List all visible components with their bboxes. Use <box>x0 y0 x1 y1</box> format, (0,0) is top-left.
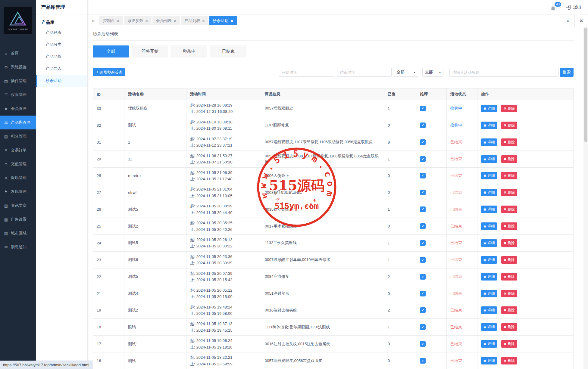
recommend-checkbox[interactable]: ✔ <box>420 173 426 178</box>
detail-button[interactable]: ▣ 详细 <box>481 290 497 297</box>
detail-button[interactable]: ▣ 详细 <box>481 256 497 264</box>
detail-button[interactable]: ▣ 详细 <box>481 340 497 348</box>
recommend-checkbox[interactable]: ✔ <box>420 106 426 111</box>
recommend-checkbox[interactable]: ✔ <box>420 307 426 313</box>
detail-button[interactable]: ▣ 详细 <box>481 273 497 281</box>
add-seckill-label: 新增秒杀活动 <box>100 70 122 75</box>
delete-button[interactable]: ✖ 删除 <box>501 340 517 348</box>
submenu-item[interactable]: 产品列表 <box>36 26 87 39</box>
sidebar-item[interactable]: ⚖ 产品库管理 <box>0 116 36 129</box>
recommend-checkbox[interactable]: ✔ <box>420 358 426 364</box>
tab[interactable]: 秒杀活动 ✖ <box>209 16 237 25</box>
detail-button[interactable]: ▣ 详细 <box>481 138 497 146</box>
delete-button[interactable]: ✖ 删除 <box>501 256 517 264</box>
status-filter-button[interactable]: 全部 <box>93 45 129 57</box>
delete-button[interactable]: ✖ 删除 <box>501 105 517 112</box>
delete-button[interactable]: ✖ 删除 <box>501 155 517 163</box>
recommend-checkbox[interactable]: ✔ <box>420 324 426 330</box>
submenu-item[interactable]: 产品分类 <box>36 39 87 51</box>
sidebar-item[interactable]: ¥ 交易订单 <box>0 143 36 157</box>
delete-button[interactable]: ✖ 删除 <box>501 323 517 331</box>
close-icon[interactable]: ✖ <box>117 19 119 23</box>
delete-button[interactable]: ✖ 删除 <box>501 290 517 297</box>
detail-button[interactable]: ▣ 详细 <box>481 239 497 247</box>
tab[interactable]: 会员列表 ✖ <box>152 16 180 25</box>
sidebar-item[interactable]: ▧ 积分管理 <box>0 129 36 143</box>
delete-button[interactable]: ✖ 删除 <box>501 122 517 129</box>
detail-button[interactable]: ▣ 详细 <box>481 105 497 112</box>
sidebar-item[interactable]: ▥ 资讯文章 <box>0 199 36 212</box>
detail-button[interactable]: ▣ 详细 <box>481 206 497 213</box>
tab[interactable]: 控制台 ✖ <box>99 16 123 25</box>
sidebar-item[interactable]: ✉ 消息通知 <box>0 240 36 254</box>
logout-button[interactable]: 退出 <box>566 5 581 10</box>
tabs-scroll-left-button[interactable]: « <box>87 18 99 23</box>
sidebar-item[interactable]: ⌂ 首页 <box>0 46 36 60</box>
tabs-scroll-right-button[interactable]: » <box>561 15 574 27</box>
detail-button[interactable]: ▣ 详细 <box>481 155 497 163</box>
recommend-checkbox[interactable]: ✔ <box>420 240 426 246</box>
sidebar-item[interactable]: ⚙ 系统设置 <box>0 60 36 74</box>
status-filter-button[interactable]: 秒杀中 <box>171 45 207 57</box>
sidebar-item[interactable]: ¥ 提现管理 <box>0 171 36 185</box>
detail-button[interactable]: ▣ 详细 <box>481 172 497 179</box>
close-icon[interactable]: ✖ <box>202 19 205 23</box>
status-filter-button[interactable]: 即将开始 <box>132 45 168 57</box>
submenu-item[interactable]: 秒杀活动 <box>36 75 87 87</box>
delete-button[interactable]: ✖ 删除 <box>501 222 517 230</box>
submenu-item[interactable]: 产品导入 <box>36 63 87 75</box>
detail-button[interactable]: ▣ 详细 <box>481 306 497 314</box>
recommend-checkbox[interactable]: ✔ <box>420 139 426 145</box>
detail-button[interactable]: ▣ 详细 <box>481 323 497 331</box>
close-icon[interactable]: ✖ <box>145 19 148 23</box>
activity-title-input[interactable] <box>449 68 558 77</box>
sidebar-item[interactable]: ☻ 会员管理 <box>0 102 36 116</box>
notifications-button[interactable]: 43 <box>550 3 558 12</box>
scrollbar[interactable] <box>583 26 588 369</box>
tabbar-right-controls: » ✖ <box>561 15 588 27</box>
submenu-item[interactable]: 产品品牌 <box>36 51 87 63</box>
sidebar-item[interactable]: ▤ 插件管理 <box>0 74 36 88</box>
recommend-checkbox[interactable]: ✔ <box>420 206 426 212</box>
delete-button[interactable]: ✖ 删除 <box>501 206 517 213</box>
detail-button[interactable]: ▣ 详细 <box>481 222 497 230</box>
recommend-checkbox[interactable]: ✔ <box>420 341 426 347</box>
close-icon[interactable]: ✖ <box>231 19 233 23</box>
end-time-input[interactable] <box>337 68 392 77</box>
delete-button[interactable]: ✖ 删除 <box>501 239 517 247</box>
close-icon[interactable]: ✖ <box>174 19 176 23</box>
delete-button[interactable]: ✖ 删除 <box>501 138 517 146</box>
recommend-filter-select[interactable]: 全部 ▾ <box>422 68 443 77</box>
status-filter-select[interactable]: 全部 ▾ <box>394 68 418 77</box>
detail-button[interactable]: ▣ 详细 <box>481 189 497 196</box>
sidebar-item[interactable]: ▨ 城市区域 <box>0 226 36 240</box>
recommend-checkbox[interactable]: ✔ <box>420 291 426 296</box>
recommend-checkbox[interactable]: ✔ <box>420 190 426 195</box>
sidebar-item[interactable]: ¥ 充值管理 <box>0 157 36 171</box>
tab[interactable]: 产品列表 ✖ <box>181 16 208 25</box>
recommend-checkbox[interactable]: ✔ <box>420 122 426 128</box>
recommend-checkbox[interactable]: ✔ <box>420 156 426 162</box>
delete-button[interactable]: ✖ 删除 <box>501 189 517 196</box>
recommend-checkbox[interactable]: ✔ <box>420 223 426 229</box>
delete-button[interactable]: ✖ 删除 <box>501 172 517 179</box>
delete-button[interactable]: ✖ 删除 <box>501 273 517 281</box>
sidebar-item[interactable]: ▩ 广告设置 <box>0 212 36 226</box>
tabs-close-all-button[interactable]: ✖ <box>574 15 588 27</box>
cell-actions: ▣ 详细 ✖ 删除 <box>477 117 573 134</box>
sidebar-item[interactable]: ⚑ 发现管理 <box>0 185 36 199</box>
delete-button[interactable]: ✖ 删除 <box>501 357 517 364</box>
tab[interactable]: 系统参数 ✖ <box>124 16 151 25</box>
detail-button[interactable]: ▣ 详细 <box>481 122 497 129</box>
add-seckill-button[interactable]: + 新增秒杀活动 <box>93 68 125 76</box>
status-filter-button[interactable]: 已结束 <box>210 45 246 57</box>
sidebar-item[interactable]: ☷ 权限管理 <box>0 88 36 102</box>
search-button[interactable]: 搜索 <box>560 68 574 77</box>
scrollbar-thumb[interactable] <box>584 28 587 142</box>
recommend-checkbox[interactable]: ✔ <box>420 257 426 263</box>
delete-button[interactable]: ✖ 删除 <box>501 306 517 314</box>
start-time-input[interactable] <box>279 68 334 77</box>
detail-button[interactable]: ▣ 详细 <box>481 357 497 364</box>
cell-product: 0057埋线双眼皮,0056定点双眼皮 <box>261 352 384 369</box>
recommend-checkbox[interactable]: ✔ <box>420 274 426 280</box>
